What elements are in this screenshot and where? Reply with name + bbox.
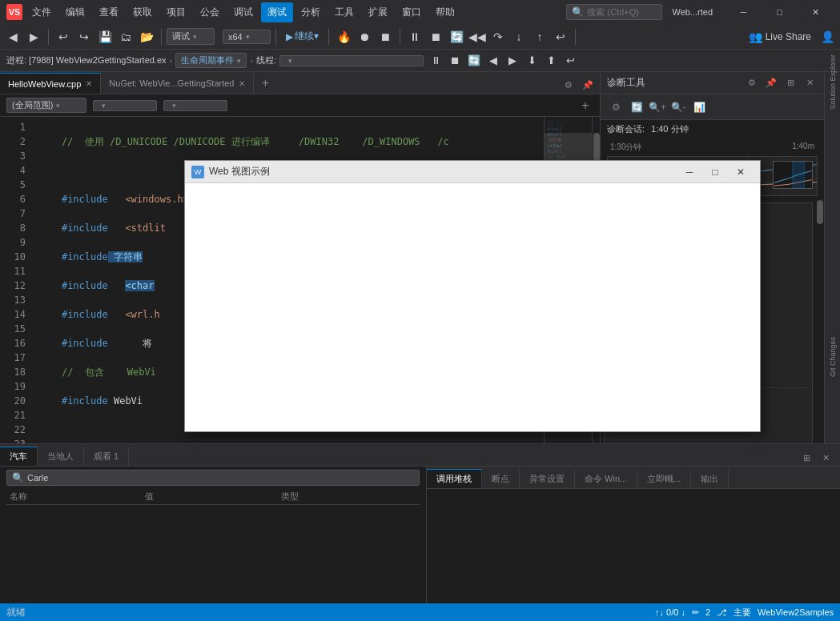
thread-tab-output[interactable]: 输出	[691, 470, 729, 488]
bottom-close-button[interactable]: ✕	[818, 450, 834, 466]
liveshare-button[interactable]: 👥 Live Share	[744, 29, 816, 45]
redo-button[interactable]: ↪	[74, 27, 94, 46]
diagnostics-pin-button[interactable]: 📌	[763, 75, 779, 91]
tab-hellowebview[interactable]: HelloWebView.cpp ✕	[0, 73, 101, 94]
menu-analyze[interactable]: 分析	[295, 2, 327, 22]
search-input[interactable]	[27, 473, 107, 483]
step-over-button[interactable]: ↷	[488, 27, 508, 46]
diagnostics-undock-button[interactable]: ⊞	[782, 75, 798, 91]
debug-stop-button[interactable]: ⏹	[446, 52, 464, 70]
stop-debug-button[interactable]: ⏹	[426, 27, 445, 46]
tab-close-hellowebview[interactable]: ✕	[86, 79, 92, 88]
menu-edit[interactable]: 编辑	[59, 2, 91, 22]
step-back-button[interactable]: ◀◀	[468, 27, 487, 46]
search-bar[interactable]: 🔍	[6, 470, 420, 486]
diag-zoom-in-button[interactable]: 🔍+	[649, 98, 666, 116]
bottom-tab-autos[interactable]: 汽车	[0, 447, 38, 466]
thread-tab-breakpoints[interactable]: 断点	[482, 470, 520, 488]
bottom-tab-watch1[interactable]: 观看 1	[84, 447, 129, 466]
menu-file[interactable]: 文件	[26, 2, 58, 22]
debug-pause-button[interactable]: ⏸	[427, 52, 444, 70]
nav-back-button[interactable]: ◀	[3, 27, 22, 46]
debug-step-over2-button[interactable]: ▶	[504, 52, 521, 70]
menu-help[interactable]: 帮助	[429, 2, 461, 22]
continue-button[interactable]: ▶ 继续▾	[281, 28, 324, 45]
dialog-minimize-button[interactable]: ─	[677, 163, 702, 181]
search-input[interactable]	[587, 7, 651, 17]
step-out-button[interactable]: ↑	[530, 27, 549, 46]
thread-tab-exceptions[interactable]: 异常设置	[520, 470, 575, 488]
open-button[interactable]: 📂	[137, 27, 156, 46]
debug-step-back-button[interactable]: ◀	[484, 52, 502, 70]
git-icon: ⎇	[717, 607, 727, 618]
tab-pin-button[interactable]: 📌	[579, 76, 597, 94]
nav-forward-button[interactable]: ▶	[24, 27, 43, 46]
menu-get[interactable]: 获取	[127, 2, 159, 22]
debug-restart-button[interactable]: 🔄	[465, 52, 483, 70]
status-edit-icon: ✏	[692, 607, 699, 618]
tab-settings-button[interactable]: ⚙	[560, 76, 577, 94]
menu-bar: 文件 编辑 查看 获取 项目 公会 调试 测试 分析 工具 扩展 窗口 帮助	[26, 2, 563, 22]
save-button[interactable]: 💾	[95, 27, 115, 46]
solution-explorer-label: Solution Explorer	[829, 54, 837, 110]
close-button[interactable]: ✕	[798, 0, 834, 24]
stop-button[interactable]: ⏹	[376, 27, 395, 46]
menu-window[interactable]: 窗口	[396, 2, 428, 22]
debug-step-down-button[interactable]: ⬇	[523, 52, 541, 70]
menu-tools[interactable]: 工具	[328, 2, 360, 22]
thread-tab-command[interactable]: 命令 Win...	[575, 470, 637, 488]
menu-project[interactable]: 项目	[160, 2, 192, 22]
platform-dropdown[interactable]: x64 ▾	[223, 30, 271, 44]
record-button[interactable]: ⏺	[355, 27, 374, 46]
git-branch-name: 主要	[733, 607, 751, 619]
pause-debug-button[interactable]: ⏸	[405, 27, 424, 46]
new-tab-button[interactable]: +	[254, 73, 276, 94]
tab-nuget[interactable]: NuGet: WebVie...GettingStarted ✕	[101, 73, 254, 94]
thread-tab-immediate[interactable]: 立即幟...	[637, 470, 691, 488]
menu-view[interactable]: 查看	[93, 2, 125, 22]
dialog-title: Web 视图示例	[209, 165, 677, 178]
menu-guild[interactable]: 公会	[194, 2, 226, 22]
webview-dialog[interactable]: W Web 视图示例 ─ □ ✕	[184, 160, 761, 432]
step-next-button[interactable]: ↩	[551, 27, 570, 46]
dialog-close-button[interactable]: ✕	[728, 163, 754, 181]
config-dropdown[interactable]: 调试 ▾	[167, 28, 215, 45]
minimize-button[interactable]: ─	[725, 0, 762, 24]
save-all-button[interactable]: 🗂	[116, 27, 135, 46]
undo-button[interactable]: ↩	[54, 27, 73, 46]
dialog-maximize-button[interactable]: □	[702, 163, 728, 181]
config-dropdown3[interactable]: ▾	[163, 100, 227, 111]
restart-button[interactable]: 🔄	[447, 27, 466, 46]
tab-close-nuget[interactable]: ✕	[239, 79, 245, 88]
chevron-down-icon: ▾	[288, 57, 292, 65]
profile-button[interactable]: 👤	[818, 27, 837, 46]
side-tab-solution-explorer[interactable]: Solution Explorer	[826, 75, 839, 88]
diag-settings-button[interactable]: ⚙	[607, 98, 625, 116]
diag-refresh-button[interactable]: 🔄	[628, 98, 645, 116]
thread-dropdown[interactable]: ▾	[279, 55, 424, 66]
side-tabs-container: Solution Explorer	[825, 72, 840, 337]
maximize-button[interactable]: □	[762, 0, 798, 24]
search-box[interactable]: 🔍	[566, 4, 662, 20]
debug-step-return-button[interactable]: ↩	[561, 52, 579, 70]
diag-zoom-out-button[interactable]: 🔍-	[669, 98, 687, 116]
menu-extensions[interactable]: 扩展	[362, 2, 394, 22]
side-tab-git-changes[interactable]: Git Changes	[829, 337, 837, 379]
add-config-button[interactable]: +	[577, 98, 593, 114]
diag-bar-chart-button[interactable]: 📊	[690, 98, 708, 116]
diagnostics-close-button[interactable]: ✕	[802, 75, 818, 91]
scope-dropdown[interactable]: (全局范围) ▾	[6, 98, 86, 113]
config-dropdown2[interactable]: ▾	[93, 100, 157, 111]
fire-icon[interactable]: 🔥	[334, 27, 353, 46]
editor-tabs: HelloWebView.cpp ✕ NuGet: WebVie...Getti…	[0, 72, 600, 94]
lifecycle-dropdown[interactable]: 生命周期事件 ▾	[175, 53, 247, 68]
debug-step-up-button[interactable]: ⬆	[542, 52, 560, 70]
bottom-tab-locals[interactable]: 当地人	[38, 447, 84, 466]
thread-tab-callstack[interactable]: 调用堆栈	[427, 469, 482, 488]
step-into-button[interactable]: ↓	[509, 27, 529, 46]
menu-test[interactable]: 测试	[261, 2, 293, 22]
diag-scrollbar-thumb[interactable]	[817, 200, 823, 224]
diagnostics-settings-button[interactable]: ⚙	[744, 75, 760, 91]
bottom-undock-button[interactable]: ⊞	[798, 450, 814, 466]
menu-debug[interactable]: 调试	[227, 2, 259, 22]
